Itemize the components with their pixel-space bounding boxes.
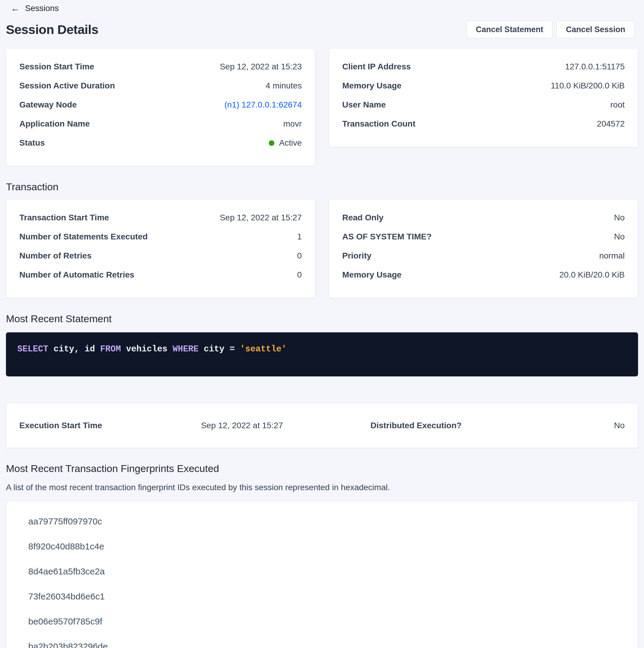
row-value: 4 minutes: [266, 81, 302, 90]
tx-memory-usage-row: Memory Usage 20.0 KiB/20.0 KiB: [342, 270, 625, 279]
memory-usage-row: Memory Usage 110.0 KiB/200.0 KiB: [342, 81, 625, 90]
status-active-dot-icon: [269, 140, 274, 146]
application-name-row: Application Name movr: [19, 119, 302, 128]
transaction-section: Transaction Start Time Sep 12, 2022 at 1…: [6, 199, 638, 298]
back-arrow-icon: ←: [11, 4, 20, 13]
fingerprint-item: 8f920c40d88b1c4e: [28, 542, 625, 551]
fingerprint-item: aa79775ff097970c: [28, 517, 625, 526]
sql-keyword: SELECT: [17, 344, 48, 354]
row-value: 204572: [597, 119, 625, 128]
row-value: 0: [297, 251, 302, 260]
row-label: Session Start Time: [19, 62, 94, 71]
transaction-section-heading: Transaction: [6, 181, 638, 193]
transaction-start-time-row: Transaction Start Time Sep 12, 2022 at 1…: [19, 213, 302, 222]
statements-executed-row: Number of Statements Executed 1: [19, 232, 302, 241]
row-value: Sep 12, 2022 at 15:27: [220, 213, 302, 222]
row-value: 20.0 KiB/20.0 KiB: [560, 270, 625, 279]
status-value: Active: [269, 139, 302, 147]
gateway-node-link[interactable]: (n1) 127.0.0.1:62674: [224, 100, 302, 109]
row-label: Gateway Node: [19, 100, 77, 109]
row-label: Number of Automatic Retries: [19, 270, 134, 279]
sql-fragment: vehicles: [121, 344, 173, 354]
row-value: 0: [297, 270, 302, 279]
execution-details-card: Execution Start Time Sep 12, 2022 at 15:…: [6, 403, 638, 448]
top-bar: ← Sessions: [0, 0, 644, 13]
row-value: No: [614, 213, 625, 222]
as-of-system-time-row: AS OF SYSTEM TIME? No: [342, 232, 625, 241]
sql-statement-text: SELECT city, id FROM vehicles WHERE city…: [17, 345, 627, 354]
fingerprints-card: aa79775ff097970c 8f920c40d88b1c4e 8d4ae6…: [6, 501, 638, 648]
transaction-card-left: Transaction Start Time Sep 12, 2022 at 1…: [6, 199, 315, 298]
execution-start-time-label: Execution Start Time: [19, 421, 201, 430]
row-label: Number of Retries: [19, 251, 92, 260]
status-row: Status Active: [19, 139, 302, 147]
sql-string-literal: 'seattle': [240, 344, 287, 354]
cancel-statement-button[interactable]: Cancel Statement: [467, 21, 552, 38]
status-badge: Active: [279, 139, 302, 147]
fingerprints-description: A list of the most recent transaction fi…: [6, 483, 638, 492]
row-label: User Name: [342, 100, 386, 109]
row-label: Transaction Start Time: [19, 213, 109, 222]
row-label: Priority: [342, 251, 371, 260]
distributed-execution-label: Distributed Execution?: [370, 421, 534, 430]
transaction-card-right: Read Only No AS OF SYSTEM TIME? No Prior…: [329, 199, 638, 298]
sql-keyword: FROM: [100, 344, 121, 354]
row-label: Memory Usage: [342, 270, 402, 279]
execution-start-time-value: Sep 12, 2022 at 15:27: [201, 421, 370, 430]
fingerprint-item: 8d4ae61a5fb3ce2a: [28, 567, 625, 576]
row-value: 127.0.0.1:51175: [565, 62, 625, 71]
page-title: Session Details: [6, 22, 98, 37]
row-label: Memory Usage: [342, 81, 402, 90]
row-value: No: [614, 232, 625, 241]
retries-row: Number of Retries 0: [19, 251, 302, 260]
cancel-session-button[interactable]: Cancel Session: [557, 21, 635, 38]
read-only-row: Read Only No: [342, 213, 625, 222]
row-label: Number of Statements Executed: [19, 232, 148, 241]
session-details-card-right: Client IP Address 127.0.0.1:51175 Memory…: [329, 48, 638, 147]
distributed-execution-value: No: [534, 421, 625, 430]
sql-statement-block: SELECT city, id FROM vehicles WHERE city…: [6, 332, 638, 376]
row-label: Status: [19, 139, 45, 147]
row-value: Sep 12, 2022 at 15:23: [220, 62, 302, 71]
row-label: AS OF SYSTEM TIME?: [342, 232, 431, 241]
row-value: normal: [599, 251, 625, 260]
fingerprint-item: 73fe26034bd6e6c1: [28, 592, 625, 601]
most-recent-statement-heading: Most Recent Statement: [6, 313, 638, 325]
row-label: Application Name: [19, 119, 90, 128]
row-label: Read Only: [342, 213, 383, 222]
transaction-count-row: Transaction Count 204572: [342, 119, 625, 128]
automatic-retries-row: Number of Automatic Retries 0: [19, 270, 302, 279]
row-label: Session Active Duration: [19, 81, 115, 90]
page-header: Session Details Cancel Statement Cancel …: [0, 13, 644, 38]
client-ip-row: Client IP Address 127.0.0.1:51175: [342, 62, 625, 71]
fingerprints-heading: Most Recent Transaction Fingerprints Exe…: [6, 463, 638, 474]
row-value: 110.0 KiB/200.0 KiB: [550, 81, 625, 90]
fingerprint-item: be06e9570f785c9f: [28, 617, 625, 626]
sql-keyword: WHERE: [173, 344, 198, 354]
sql-fragment: city =: [198, 344, 240, 354]
session-start-time-row: Session Start Time Sep 12, 2022 at 15:23: [19, 62, 302, 71]
header-actions: Cancel Statement Cancel Session: [467, 21, 635, 38]
session-summary-section: Session Start Time Sep 12, 2022 at 15:23…: [6, 48, 638, 166]
row-value: 1: [297, 232, 302, 241]
sql-fragment: city, id: [48, 344, 100, 354]
priority-row: Priority normal: [342, 251, 625, 260]
row-value: movr: [283, 119, 302, 128]
row-label: Transaction Count: [342, 119, 415, 128]
fingerprint-item: ba2b203b823296de: [28, 642, 625, 648]
row-value: root: [610, 100, 625, 109]
session-active-duration-row: Session Active Duration 4 minutes: [19, 81, 302, 90]
session-details-card-left: Session Start Time Sep 12, 2022 at 15:23…: [6, 48, 315, 166]
back-link-label: Sessions: [25, 4, 59, 13]
back-to-sessions-link[interactable]: ← Sessions: [11, 4, 59, 13]
user-name-row: User Name root: [342, 100, 625, 109]
row-label: Client IP Address: [342, 62, 411, 71]
gateway-node-row: Gateway Node (n1) 127.0.0.1:62674: [19, 100, 302, 109]
